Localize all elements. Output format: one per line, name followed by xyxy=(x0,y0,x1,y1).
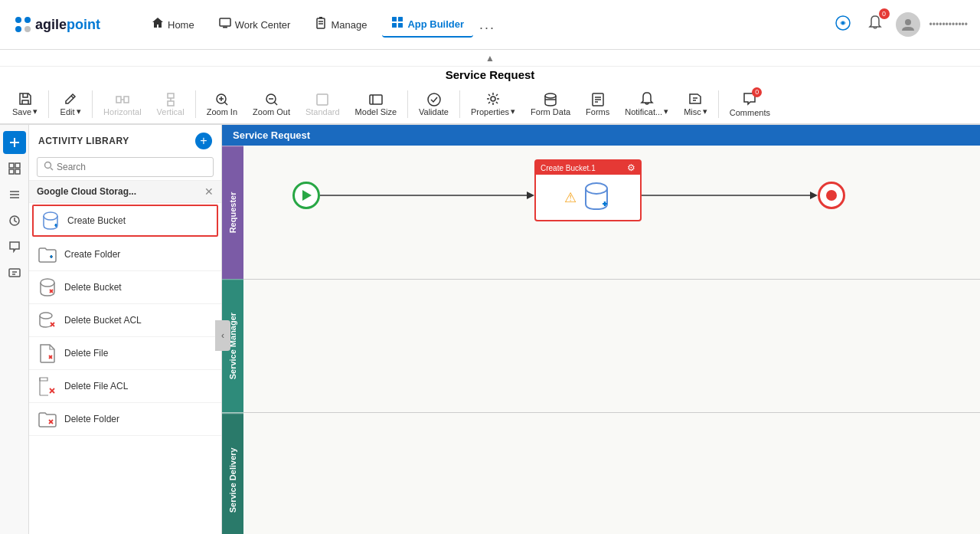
validate-button[interactable]: Validate xyxy=(413,89,455,120)
standard-button[interactable]: Standard xyxy=(299,89,346,120)
category-name: Google Cloud Storag... xyxy=(37,186,136,197)
edit-arrow: ▾ xyxy=(77,106,81,116)
svg-rect-19 xyxy=(124,97,129,103)
svg-line-29 xyxy=(274,102,277,105)
activity-item-delete-file[interactable]: Delete File xyxy=(29,337,221,370)
svg-rect-18 xyxy=(116,97,121,103)
model-size-button[interactable]: Model Size xyxy=(349,89,403,120)
svg-point-1 xyxy=(24,17,31,23)
svg-line-17 xyxy=(71,96,74,98)
activity-item-create-folder[interactable]: Create Folder xyxy=(29,238,221,271)
svg-point-2 xyxy=(15,26,21,32)
activity-item-delete-folder[interactable]: Delete Folder xyxy=(29,403,221,436)
top-navigation: agilepoint Home Work Center Manage xyxy=(0,0,980,50)
nav-workcenter-label: Work Center xyxy=(235,19,291,31)
logo[interactable]: agilepoint xyxy=(12,14,119,35)
list-icon xyxy=(8,188,21,201)
ai-icon-btn[interactable] xyxy=(831,11,854,38)
sep4 xyxy=(407,90,408,118)
properties-label: Properties xyxy=(471,107,509,116)
panel-collapse-btn[interactable]: ‹ xyxy=(215,320,230,351)
form-data-label: Form Data xyxy=(531,107,570,116)
form-data-button[interactable]: Form Data xyxy=(524,89,577,120)
user-name: •••••••••••• xyxy=(929,19,968,30)
create-bucket-icon xyxy=(40,210,61,231)
misc-button[interactable]: Misc ▾ xyxy=(678,88,714,120)
svg-rect-11 xyxy=(398,17,403,21)
create-bucket-label: Create Bucket xyxy=(67,215,126,226)
more-options[interactable]: ... xyxy=(479,17,495,33)
home-icon xyxy=(152,17,164,32)
notif-arrow: ▾ xyxy=(664,106,668,116)
activity-item-delete-bucket-acl[interactable]: Delete Bucket ACL xyxy=(29,304,221,337)
forms-button[interactable]: Forms xyxy=(580,89,616,120)
create-bucket-node[interactable]: Create Bucket.1 ⚙ ⚠ xyxy=(534,159,642,221)
strip-plus-btn[interactable] xyxy=(3,131,26,154)
user-avatar[interactable] xyxy=(896,12,920,37)
start-node[interactable] xyxy=(292,182,320,209)
strip-id-btn[interactable] xyxy=(3,261,26,284)
edit-label: Edit xyxy=(60,107,75,116)
main-layout: ACTIVITY LIBRARY + Google Cloud Storag..… xyxy=(0,125,980,534)
nav-appbuilder[interactable]: App Builder xyxy=(382,11,473,38)
notifications-label: Notificat... xyxy=(625,107,662,116)
zoom-out-button[interactable]: Zoom Out xyxy=(247,89,296,120)
id-icon xyxy=(8,267,21,279)
strip-grid-btn[interactable] xyxy=(3,157,26,180)
save-button[interactable]: Save ▾ xyxy=(6,88,44,120)
node-gear-icon[interactable]: ⚙ xyxy=(627,162,635,173)
add-activity-btn[interactable]: + xyxy=(195,133,212,149)
chat-icon xyxy=(8,241,21,253)
activity-item-delete-file-acl[interactable]: Delete File ACL xyxy=(29,370,221,403)
end-node-inner xyxy=(826,190,837,201)
vertical-button[interactable]: Vertical xyxy=(151,89,191,120)
save-arrow: ▾ xyxy=(33,106,38,116)
strip-chat-btn[interactable] xyxy=(3,235,26,258)
edit-button[interactable]: Edit ▾ xyxy=(54,88,87,120)
node-bucket-icon xyxy=(581,181,612,211)
comments-button[interactable]: 0 Comments xyxy=(724,88,776,120)
collapse-bar[interactable]: ▲ xyxy=(0,50,980,67)
standard-icon xyxy=(315,92,330,107)
properties-icon xyxy=(485,91,501,106)
delete-file-acl-icon xyxy=(37,375,58,397)
svg-rect-32 xyxy=(370,95,382,104)
props-arrow: ▾ xyxy=(511,106,515,116)
horizontal-icon xyxy=(115,92,130,107)
svg-point-64 xyxy=(41,279,54,287)
notification-btn[interactable]: 0 xyxy=(864,11,887,38)
nav-manage[interactable]: Manage xyxy=(305,12,376,37)
save-label: Save xyxy=(12,107,31,116)
delete-bucket-acl-label: Delete Bucket ACL xyxy=(64,315,142,326)
node-header: Create Bucket.1 ⚙ xyxy=(536,161,640,175)
sep5 xyxy=(459,90,460,118)
forms-icon xyxy=(590,92,606,107)
svg-rect-48 xyxy=(9,169,14,174)
properties-button[interactable]: Properties ▾ xyxy=(465,88,521,120)
end-node[interactable] xyxy=(818,182,845,209)
strip-clock-btn[interactable] xyxy=(3,209,26,232)
forms-label: Forms xyxy=(586,107,609,116)
nav-home[interactable]: Home xyxy=(142,12,204,37)
strip-list-btn[interactable] xyxy=(3,183,26,206)
activity-item-delete-bucket[interactable]: Delete Bucket xyxy=(29,271,221,304)
form-data-icon xyxy=(543,92,558,107)
activity-item-create-bucket[interactable]: Create Bucket xyxy=(32,205,218,237)
horizontal-button[interactable]: Horizontal xyxy=(97,89,148,120)
page-title: Service Request xyxy=(0,67,980,84)
zoom-in-button[interactable]: Zoom In xyxy=(201,89,243,120)
svg-rect-12 xyxy=(392,23,397,28)
nav-workcenter[interactable]: Work Center xyxy=(210,12,300,37)
notifications-button[interactable]: Notificat... ▾ xyxy=(619,88,675,120)
nav-right: 0 •••••••••••• xyxy=(831,11,968,38)
service-delivery-lane-row xyxy=(243,413,980,534)
canvas-title: Service Request xyxy=(222,125,980,146)
delete-bucket-icon xyxy=(37,277,58,298)
clock-icon xyxy=(8,215,21,227)
icon-strip xyxy=(0,125,29,534)
horizontal-label: Horizontal xyxy=(103,107,142,116)
close-category-btn[interactable]: ✕ xyxy=(204,185,214,198)
activity-library-title: ACTIVITY LIBRARY xyxy=(38,136,129,146)
search-input[interactable] xyxy=(57,162,207,172)
agilepoint-logo-icon xyxy=(12,14,34,35)
